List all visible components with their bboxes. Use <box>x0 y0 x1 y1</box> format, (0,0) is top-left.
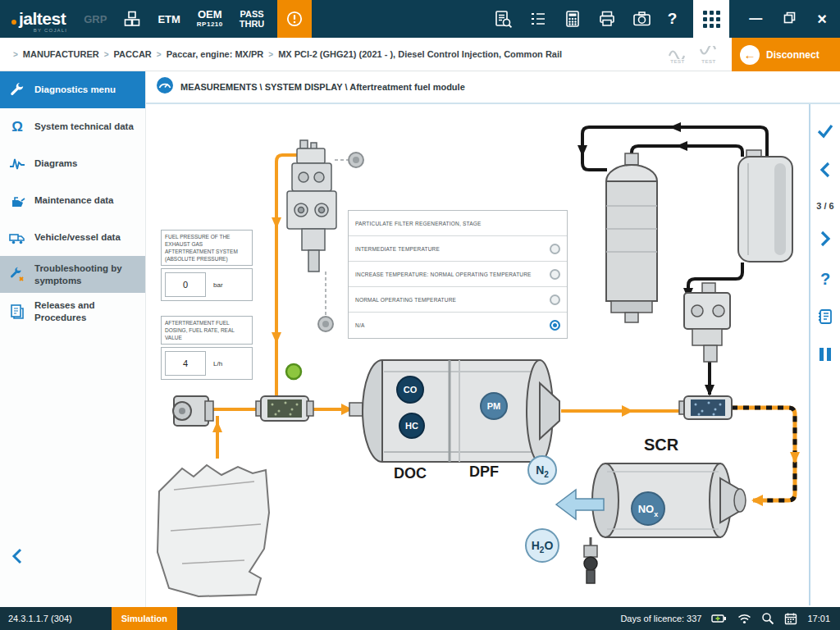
regen-option-increase[interactable]: INCREASE TEMPERATURE: NORMAL OPERATING T… <box>349 262 567 287</box>
licence-label: Days of licence: 337 <box>620 614 701 623</box>
dpf-label: DPF <box>469 463 499 480</box>
breadcrumb-item-manufacturer[interactable]: MANUFACTURER <box>23 49 99 59</box>
next-page-button[interactable] <box>819 231 832 250</box>
fuel-pump <box>606 153 657 322</box>
test-icons-group: TEST TEST <box>668 38 719 71</box>
window-controls: — × <box>749 11 827 27</box>
hc-label: HC <box>405 421 418 431</box>
sidebar-item-maintenance-data[interactable]: Maintenance data <box>0 182 145 219</box>
sidebar-item-label: Troubleshooting by symptoms <box>34 262 137 286</box>
regen-option-normal[interactable]: NORMAL OPERATING TEMPERATURE <box>349 287 567 313</box>
regen-stage-list: PARTICULATE FILTER REGENERATION, STAGE I… <box>348 210 568 339</box>
pressure-unit: bar <box>213 281 223 289</box>
fuel-filter <box>256 396 313 421</box>
status-indicator-green <box>286 364 301 379</box>
exhaust-mixer <box>679 396 732 419</box>
page-indicator: 3 / 6 <box>816 201 833 211</box>
breadcrumb-item-brand[interactable]: PACCAR <box>114 49 152 59</box>
grid-icon <box>703 11 720 28</box>
manual-icon[interactable] <box>817 308 833 328</box>
search-signal-icon <box>761 612 774 625</box>
dosing-unit: L/h <box>213 360 222 368</box>
doc-label: DOC <box>394 465 427 482</box>
thru-label: THRU <box>240 19 265 29</box>
checklist-icon[interactable] <box>529 10 547 28</box>
fuel-tank <box>738 150 792 262</box>
page-title: MEASUREMENTS \ SYSTEM DISPLAY \ Aftertre… <box>180 82 465 92</box>
calculator-icon[interactable] <box>564 10 582 28</box>
close-button[interactable]: × <box>817 11 827 27</box>
scr-doser-valve <box>684 283 730 362</box>
confirm-check-icon[interactable] <box>817 124 833 142</box>
sidebar-item-diagnostics-menu[interactable]: Diagnostics menu <box>0 71 145 108</box>
sidebar-item-releases-and-procedures[interactable]: Releases and Procedures <box>0 293 145 330</box>
dosing-value-field[interactable]: 4 <box>165 351 206 376</box>
prev-page-button[interactable] <box>819 162 832 181</box>
logo-text: jaltest <box>19 9 66 29</box>
doc-dpf-canister <box>349 360 559 462</box>
breadcrumb-item-system: MX PCI-2 (GHG21) (2021 - ), Diesel Contr… <box>278 49 562 59</box>
pause-button[interactable] <box>819 348 831 361</box>
restore-button[interactable] <box>783 11 796 27</box>
battery-icon <box>711 613 728 624</box>
breadcrumb-chevron: > <box>268 50 273 59</box>
help-icon[interactable]: ? <box>820 270 830 289</box>
regen-option-intermediate[interactable]: INTERMEDIATE TEMPERATURE <box>349 236 567 262</box>
dosing-measure-box: AFTERTREATMENT FUEL DOSING, FUEL RATE, R… <box>161 316 253 380</box>
documents-icon <box>8 304 26 320</box>
back-arrow-icon: ← <box>740 45 760 65</box>
calendar-icon[interactable] <box>784 612 797 625</box>
breadcrumb-chevron: > <box>13 50 18 59</box>
troubleshooting-tools-icon <box>8 267 26 283</box>
pass-label: PASS <box>240 9 263 19</box>
measurements-icon <box>156 76 174 98</box>
camera-icon[interactable] <box>632 10 651 28</box>
modules-cube-icon[interactable] <box>123 10 141 28</box>
radio-selected-icon[interactable] <box>550 320 560 331</box>
sidebar-item-system-technical-data[interactable]: Ω System technical data <box>0 108 145 145</box>
regen-option-na[interactable]: N/A <box>349 313 567 338</box>
disconnect-button[interactable]: ← Disconnect <box>732 38 840 71</box>
app-logo: jaltest BY COJALI <box>11 6 66 32</box>
radio-icon[interactable] <box>550 244 560 254</box>
content-header: MEASUREMENTS \ SYSTEM DISPLAY \ Aftertre… <box>146 71 840 104</box>
aftertreatment-diagram: CO HC PM DOC DPF SCR N <box>146 104 809 605</box>
topbar-icon-group: ? — × <box>494 0 840 38</box>
apps-grid-button[interactable] <box>693 0 729 38</box>
help-icon[interactable]: ? <box>668 10 678 28</box>
pressure-value-field[interactable]: 0 <box>165 272 206 297</box>
waveform-icon <box>8 156 26 172</box>
version-label: 24.3.1.1.7 (304) <box>8 614 72 623</box>
sidebar-item-diagrams[interactable]: Diagrams <box>0 145 145 182</box>
sidebar-item-label: System technical data <box>34 121 134 132</box>
simulation-badge: Simulation <box>112 607 177 630</box>
radio-icon[interactable] <box>550 269 560 280</box>
component-test-icon: TEST <box>668 46 687 64</box>
sidebar: Diagnostics menu Ω System technical data… <box>0 71 146 607</box>
printer-icon[interactable] <box>598 10 616 28</box>
breadcrumb-item-engine[interactable]: Paccar, engine: MX/PR <box>167 49 264 59</box>
breadcrumb-chevron: > <box>157 50 162 59</box>
urea-injector <box>584 537 597 583</box>
etm-button[interactable]: ETM <box>158 13 180 25</box>
sidebar-item-troubleshooting-by-symptoms[interactable]: Troubleshooting by symptoms <box>0 256 145 293</box>
test-label: TEST <box>701 59 716 64</box>
scr-label: SCR <box>644 436 679 454</box>
alert-button[interactable] <box>277 0 312 38</box>
sidebar-back-button[interactable] <box>11 548 23 568</box>
pm-label: PM <box>487 401 501 411</box>
radio-icon[interactable] <box>550 294 560 305</box>
logo-dot-icon <box>11 20 16 25</box>
minimize-button[interactable]: — <box>749 12 762 25</box>
sidebar-item-vehicle-vessel-data[interactable]: Vehicle/vessel data <box>0 219 145 256</box>
sidebar-item-label: Maintenance data <box>34 194 114 206</box>
co-label: CO <box>404 385 418 395</box>
passthru-button[interactable]: PASS THRU <box>240 9 265 29</box>
oem-label: OEM <box>198 9 222 21</box>
exclamation-icon <box>285 10 304 28</box>
breadcrumb: > MANUFACTURER > PACCAR > Paccar, engine… <box>0 38 840 71</box>
report-search-icon[interactable] <box>494 10 513 29</box>
oem-rp1210-button[interactable]: OEM RP1210 <box>197 9 223 28</box>
engine <box>158 465 269 596</box>
sidebar-item-label: Diagrams <box>34 158 77 169</box>
